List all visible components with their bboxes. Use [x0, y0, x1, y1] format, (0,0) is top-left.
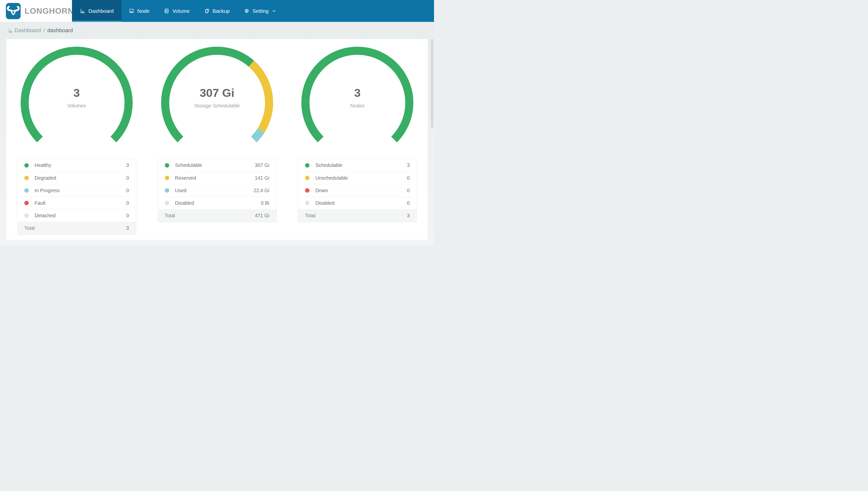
legend-row-detached: Detached 0	[23, 209, 130, 222]
legend-row-unschedulable: Unschedulable 0	[304, 172, 411, 184]
legend-row-schedulable: Schedulable 3	[304, 159, 411, 172]
status-dot	[165, 163, 169, 168]
status-dot	[305, 188, 309, 193]
legend-row-used: Used 22.4 Gi	[164, 184, 271, 197]
storage-gauge: 307 Gi Storage Schedulable	[158, 46, 276, 144]
breadcrumb-separator: /	[43, 27, 45, 34]
nav-item-label: Backup	[213, 8, 230, 14]
legend-total-row: Total 471 Gi	[158, 209, 276, 222]
nodes-gauge-chart	[299, 46, 416, 144]
nodes-panel: 3 Nodes Schedulable 3 Unschedulable 0	[287, 39, 428, 240]
database-icon	[164, 8, 169, 14]
storage-legend: Schedulable 307 Gi Reserved 141 Gi Used …	[158, 159, 277, 222]
volumes-panel: 3 Volumes Healthy 3 Degraded 0	[6, 39, 147, 240]
status-dot	[24, 188, 29, 193]
status-dot	[165, 201, 169, 205]
legend-row-reserved: Reserved 141 Gi	[164, 172, 271, 184]
breadcrumb: Dashboard / dashboard	[0, 22, 434, 39]
longhorn-logo-icon	[6, 3, 21, 20]
nav-item-volume[interactable]: Volume	[157, 0, 197, 22]
nav-item-label: Node	[137, 8, 150, 14]
legend-row-disabled: Disabled 0	[304, 197, 411, 209]
storage-panel: 307 Gi Storage Schedulable Schedulable 3…	[147, 39, 287, 240]
legend-row-healthy: Healthy 3	[23, 159, 130, 172]
logo[interactable]: LONGHORN	[0, 0, 72, 22]
breadcrumb-section: Dashboard	[14, 27, 41, 34]
status-dot	[305, 201, 309, 205]
storage-gauge-chart	[158, 46, 276, 144]
legend-total-row: Total 3	[18, 222, 136, 234]
nav-item-label: Dashboard	[88, 8, 114, 14]
nodes-legend: Schedulable 3 Unschedulable 0 Down 0	[298, 159, 417, 222]
legend-row-schedulable: Schedulable 307 Gi	[164, 159, 271, 172]
status-dot	[24, 213, 29, 218]
legend-total-row: Total 3	[298, 209, 416, 222]
nav-item-label: Setting	[252, 8, 269, 14]
bar-chart-icon	[80, 8, 86, 14]
nav-item-setting[interactable]: Setting	[237, 0, 284, 22]
nav-menu: Dashboard Node Volu	[72, 0, 284, 22]
legend-row-in-progress: In Progress 0	[23, 184, 130, 197]
status-dot	[165, 188, 169, 193]
status-dot	[305, 176, 309, 180]
copy-icon	[204, 8, 210, 14]
volumes-legend: Healthy 3 Degraded 0 In Progress 0	[17, 159, 136, 235]
laptop-icon	[129, 8, 134, 14]
chevron-down-icon	[272, 9, 277, 13]
dashboard-card: 3 Volumes Healthy 3 Degraded 0	[6, 39, 428, 240]
nav-item-label: Volume	[173, 8, 190, 14]
gear-icon	[244, 8, 250, 14]
nav-item-backup[interactable]: Backup	[197, 0, 237, 22]
nav-item-dashboard[interactable]: Dashboard	[72, 0, 122, 22]
status-dot	[24, 201, 29, 205]
volumes-gauge-chart	[18, 46, 135, 144]
breadcrumb-current-page: dashboard	[48, 27, 73, 34]
nodes-gauge: 3 Nodes	[299, 46, 416, 144]
status-dot	[305, 163, 309, 168]
nav-item-node[interactable]: Node	[122, 0, 157, 22]
status-dot	[165, 176, 169, 180]
top-navbar: LONGHORN Dashboard Node	[0, 0, 434, 22]
status-dot	[24, 163, 29, 168]
longhorn-app: LONGHORN Dashboard Node	[0, 0, 434, 246]
brand-name: LONGHORN	[25, 6, 74, 16]
legend-row-degraded: Degraded 0	[23, 172, 130, 184]
scrollbar-thumb[interactable]	[431, 39, 433, 128]
status-dot	[24, 176, 29, 180]
legend-row-fault: Fault 0	[23, 197, 130, 209]
legend-row-disabled: Disabled 0 Bi	[164, 197, 271, 209]
legend-row-down: Down 0	[304, 184, 411, 197]
volumes-gauge: 3 Volumes	[18, 46, 135, 144]
breadcrumb-dashboard-link[interactable]: Dashboard	[8, 27, 41, 34]
bar-chart-icon	[8, 28, 13, 33]
